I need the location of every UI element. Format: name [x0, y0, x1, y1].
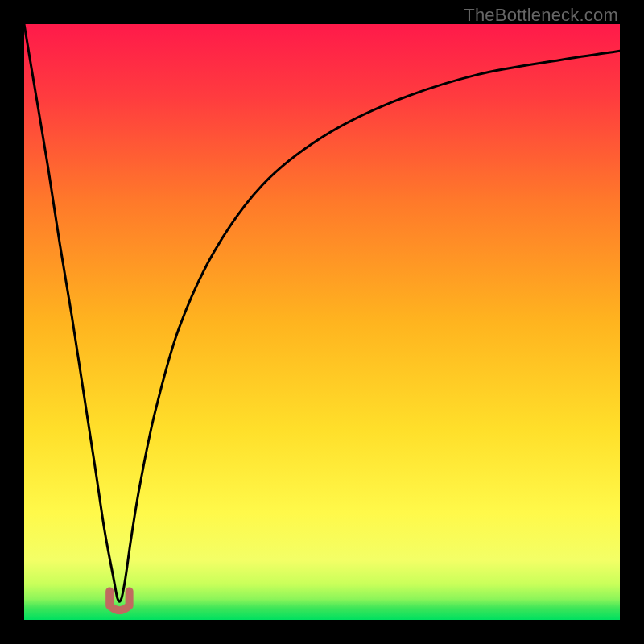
plot-area: [24, 24, 620, 620]
gradient-background: [24, 24, 620, 620]
watermark-text: TheBottleneck.com: [464, 5, 618, 26]
chart-frame: TheBottleneck.com: [0, 0, 644, 644]
chart-svg: [24, 24, 620, 620]
